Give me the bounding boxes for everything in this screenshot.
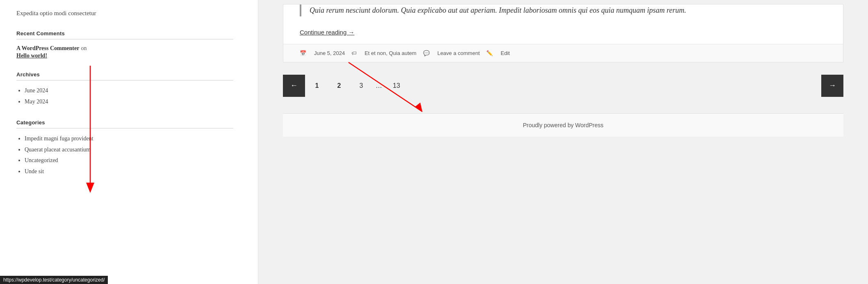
meta-edit-icon: ✏️ xyxy=(486,50,493,56)
sidebar-excerpt-text: Expedita optio modi consectetur xyxy=(16,8,233,18)
status-url: https://wpdevelop.test/category/uncatego… xyxy=(3,277,105,283)
footer-wordpress-link[interactable]: WordPress xyxy=(575,122,604,128)
list-item: Unde sit xyxy=(25,166,233,177)
meta-comments-link[interactable]: Leave a comment xyxy=(437,50,480,56)
main-content: Quia rerum nesciunt dolorum. Quia explic… xyxy=(258,0,868,284)
page-13-button[interactable]: 13 xyxy=(386,76,407,96)
meta-date[interactable]: June 5, 2024 xyxy=(314,50,345,56)
meta-tags[interactable]: Et et non, Quia autem xyxy=(365,50,416,56)
meta-date-icon: 📅 xyxy=(300,50,306,56)
footer-powered-text: Proudly powered by xyxy=(523,122,575,128)
archives-list: June 2024 May 2024 xyxy=(16,85,233,107)
categories-section: Categories Impedit magni fuga provident … xyxy=(16,119,233,177)
pagination-area: ← 1 2 3 … 13 → xyxy=(258,62,868,109)
comment-author: A WordPress Commenter xyxy=(16,45,79,51)
category-link[interactable]: Quaerat placeat accusantium xyxy=(25,147,91,153)
category-link-uncategorized[interactable]: Uncategorized xyxy=(25,157,58,163)
meta-comment-icon: 💬 xyxy=(423,50,430,56)
archive-link[interactable]: May 2024 xyxy=(25,98,48,105)
blockquote-text: Quia rerum nesciunt dolorum. Quia explic… xyxy=(310,5,827,16)
categories-title: Categories xyxy=(16,119,233,128)
recent-comments-title: Recent Comments xyxy=(16,30,233,39)
sidebar: Expedita optio modi consectetur Recent C… xyxy=(0,0,258,284)
meta-edit-link[interactable]: Edit xyxy=(501,50,510,56)
recent-comments-section: Recent Comments A WordPress Commenter on… xyxy=(16,30,233,59)
post-meta: 📅 June 5, 2024 🏷 Et et non, Quia autem 💬… xyxy=(283,44,843,62)
sidebar-excerpt-section: Expedita optio modi consectetur xyxy=(16,8,233,18)
page-1-button[interactable]: 1 xyxy=(307,76,327,96)
categories-list: Impedit magni fuga provident Quaerat pla… xyxy=(16,133,233,177)
list-item: Quaerat placeat accusantium xyxy=(25,144,233,156)
continue-reading-link[interactable]: Continue reading → xyxy=(300,29,354,36)
list-item: Impedit magni fuga provident xyxy=(25,133,233,144)
comment-entry: A WordPress Commenter on Hello world! xyxy=(16,44,233,59)
list-item: June 2024 xyxy=(25,85,233,96)
archives-title: Archives xyxy=(16,71,233,80)
category-link[interactable]: Unde sit xyxy=(25,168,44,174)
next-page-button[interactable]: → xyxy=(821,75,843,97)
article-card: Quia rerum nesciunt dolorum. Quia explic… xyxy=(283,4,843,62)
prev-page-button[interactable]: ← xyxy=(283,75,305,97)
status-bar: https://wpdevelop.test/category/uncatego… xyxy=(0,276,108,284)
archives-section: Archives June 2024 May 2024 xyxy=(16,71,233,107)
pagination: ← 1 2 3 … 13 → xyxy=(283,75,843,97)
list-item: May 2024 xyxy=(25,96,233,108)
comment-post-link[interactable]: Hello world! xyxy=(16,53,233,59)
category-link[interactable]: Impedit magni fuga provident xyxy=(25,135,93,142)
blockquote-area: Quia rerum nesciunt dolorum. Quia explic… xyxy=(300,5,827,16)
page-2-button[interactable]: 2 xyxy=(329,76,349,96)
svg-marker-1 xyxy=(86,183,94,193)
comment-on: on xyxy=(81,45,87,51)
footer: Proudly powered by WordPress xyxy=(283,113,843,137)
meta-tag-icon: 🏷 xyxy=(351,50,357,56)
pagination-wrapper: ← 1 2 3 … 13 → xyxy=(258,62,868,109)
page-3-button[interactable]: 3 xyxy=(351,76,371,96)
list-item: Uncategorized xyxy=(25,155,233,166)
archive-link[interactable]: June 2024 xyxy=(25,87,48,94)
footer-text: Proudly powered by WordPress xyxy=(299,122,827,128)
page-ellipsis: … xyxy=(373,82,385,89)
